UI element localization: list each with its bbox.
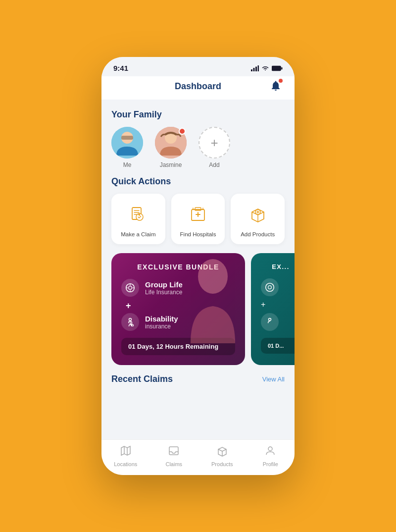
qa-add-products[interactable]: Add Products xyxy=(231,194,285,244)
svg-point-22 xyxy=(268,286,272,289)
bundle-item-1-title: Group Life xyxy=(145,280,183,289)
products-icon xyxy=(247,204,269,225)
svg-point-18 xyxy=(129,286,132,290)
bundle-plus: + xyxy=(126,301,235,311)
bundle-item-1-text: Group Life Life Insurance xyxy=(145,280,183,296)
tab-products-label: Products xyxy=(211,461,233,467)
svg-point-23 xyxy=(269,319,271,321)
bundle-item-2-text: Disability insurance xyxy=(145,315,178,330)
header-title: Dashboard xyxy=(175,81,221,92)
view-all-button[interactable]: View All xyxy=(262,375,285,383)
svg-point-19 xyxy=(129,319,132,321)
bundles-section: EXCLUSIVE BUNDLE xyxy=(101,244,295,365)
qa-hospitals-label: Find Hospitals xyxy=(180,231,216,237)
notification-button[interactable] xyxy=(267,78,285,96)
tab-bar: Locations Claims Products xyxy=(101,439,295,475)
quick-actions-grid: Make a Claim Find Hospitals xyxy=(111,194,285,244)
family-member-me[interactable]: Me xyxy=(111,127,143,168)
bottom-spacer xyxy=(101,388,295,398)
timer-text: 01 Days, 12 Hours Remaining xyxy=(128,343,218,350)
recent-claims-header: Recent Claims View All xyxy=(101,365,295,388)
phone-frame: 9:41 Dashboard xyxy=(101,57,295,475)
svg-rect-8 xyxy=(121,136,133,140)
avatar-add: + xyxy=(198,127,230,159)
avatar-wrap-jasmine xyxy=(155,127,187,159)
tab-products[interactable]: Products xyxy=(198,445,247,467)
tab-claims[interactable]: Claims xyxy=(150,445,198,467)
claim-icon xyxy=(127,204,149,225)
tab-profile[interactable]: Profile xyxy=(247,445,295,467)
bundle-item-1-sub: Life Insurance xyxy=(145,289,183,296)
bundle-item-2-title: Disability xyxy=(145,315,178,323)
svg-rect-1 xyxy=(253,68,255,71)
status-time: 9:41 xyxy=(113,64,128,72)
svg-rect-4 xyxy=(272,66,281,70)
svg-rect-3 xyxy=(258,65,259,71)
qa-find-hospitals[interactable]: Find Hospitals xyxy=(171,194,225,244)
avatar-me xyxy=(111,127,143,159)
bundle-item-2-sub: insurance xyxy=(145,323,178,330)
bundle-item-2: Disability insurance xyxy=(121,313,235,331)
bundle-title-secondary: EX... xyxy=(261,263,295,270)
qa-products-label: Add Products xyxy=(241,231,275,237)
member-name-add: Add xyxy=(209,161,219,168)
main-content: Your Family Me xyxy=(101,100,295,439)
svg-rect-5 xyxy=(281,67,282,69)
secondary-timer-text: 01 D... xyxy=(268,343,284,349)
signal-icon xyxy=(251,65,259,71)
battery-icon xyxy=(272,65,283,71)
bundle-card-secondary[interactable]: EX... + 01 D... xyxy=(251,253,295,365)
qa-claim-label: Make a Claim xyxy=(121,231,155,237)
me-avatar-svg xyxy=(111,127,143,159)
map-icon xyxy=(120,445,132,459)
qa-make-claim[interactable]: Make a Claim xyxy=(111,194,165,244)
bundle-timer-secondary: 01 D... xyxy=(261,338,295,354)
family-section-title: Your Family xyxy=(111,109,285,120)
member-name-me: Me xyxy=(123,161,132,168)
secondary-plus: + xyxy=(261,300,295,309)
wifi-icon xyxy=(261,65,269,71)
tab-locations[interactable]: Locations xyxy=(101,445,150,467)
bundle-card-main[interactable]: EXCLUSIVE BUNDLE xyxy=(111,253,245,365)
svg-point-21 xyxy=(266,283,274,292)
header: Dashboard xyxy=(101,76,295,100)
family-member-add[interactable]: + Add xyxy=(198,127,230,168)
inbox-icon xyxy=(168,445,180,459)
family-row: Me xyxy=(111,127,285,168)
disability-icon xyxy=(121,313,139,331)
life-icon xyxy=(121,279,139,297)
family-member-jasmine[interactable]: Jasmine xyxy=(155,127,187,168)
quick-actions-section: Quick Actions Make a Claim xyxy=(101,168,295,244)
svg-point-25 xyxy=(268,447,272,451)
box-icon xyxy=(216,445,228,459)
quick-actions-title: Quick Actions xyxy=(111,176,285,187)
status-icons xyxy=(251,65,283,71)
bundle-timer-main: 01 Days, 12 Hours Remaining xyxy=(121,338,235,355)
tab-claims-label: Claims xyxy=(165,461,182,467)
jasmine-online-dot xyxy=(179,128,186,135)
secondary-icon-2 xyxy=(261,313,279,331)
bundle-title-main: EXCLUSIVE BUNDLE xyxy=(121,263,235,271)
notification-dot xyxy=(279,79,283,83)
member-name-jasmine: Jasmine xyxy=(160,161,182,168)
secondary-icon-1 xyxy=(261,278,279,296)
tab-locations-label: Locations xyxy=(114,461,137,467)
status-bar: 9:41 xyxy=(101,57,295,76)
avatar-wrap-me xyxy=(111,127,143,159)
svg-rect-0 xyxy=(251,69,252,71)
tab-profile-label: Profile xyxy=(263,461,278,467)
family-section: Your Family Me xyxy=(101,100,295,168)
user-icon xyxy=(264,445,276,459)
bundle-item-1: Group Life Life Insurance xyxy=(121,279,235,297)
hospital-icon xyxy=(187,204,209,225)
svg-rect-14 xyxy=(195,208,201,211)
recent-claims-title: Recent Claims xyxy=(111,374,173,384)
svg-rect-2 xyxy=(255,66,257,71)
svg-point-20 xyxy=(132,324,133,326)
